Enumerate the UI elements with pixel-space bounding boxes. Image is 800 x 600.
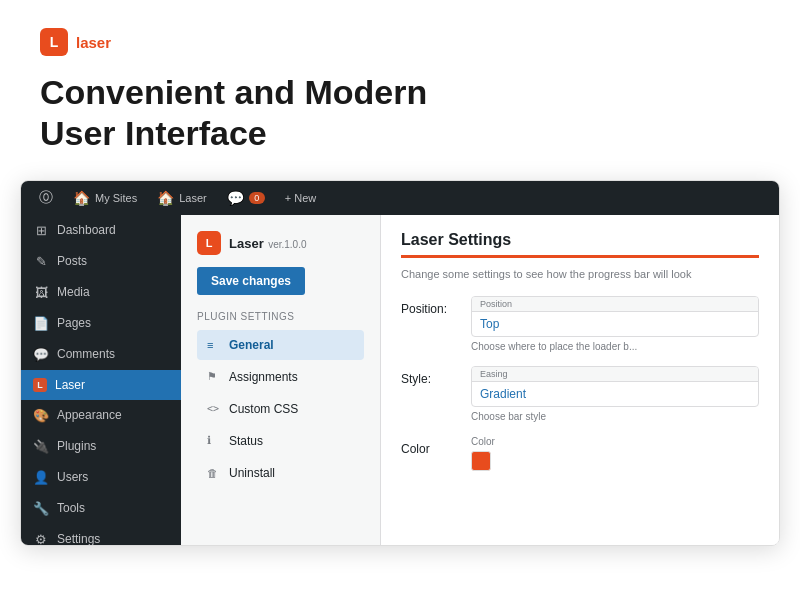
settings-icon: ⚙ xyxy=(33,532,49,545)
sidebar-item-label: Plugins xyxy=(57,439,96,453)
general-icon: ≡ xyxy=(207,339,221,351)
sidebar-item-label: Tools xyxy=(57,501,85,515)
color-label: Color xyxy=(401,436,461,456)
comments-icon: 💬 xyxy=(33,347,49,362)
plugin-settings-label: Plugin settings xyxy=(197,311,364,322)
sidebar-item-media[interactable]: 🖼 Media xyxy=(21,277,181,308)
plugin-version: ver.1.0.0 xyxy=(268,239,306,250)
admin-bar-comments[interactable]: 💬 0 xyxy=(217,181,275,215)
plugin-nav-customcss[interactable]: <> Custom CSS xyxy=(197,394,364,424)
sidebar-item-pages[interactable]: 📄 Pages xyxy=(21,308,181,339)
admin-bar-new-label: + New xyxy=(285,192,317,204)
plugin-nav-uninstall[interactable]: 🗑 Uninstall xyxy=(197,458,364,488)
style-field-header: Easing xyxy=(472,367,758,382)
plugin-nav-general[interactable]: ≡ General xyxy=(197,330,364,360)
sidebar-item-label: Comments xyxy=(57,347,115,361)
color-row-label: Color xyxy=(471,436,759,447)
admin-bar-laser[interactable]: 🏠 Laser xyxy=(147,181,217,215)
style-hint: Choose bar style xyxy=(471,411,759,422)
plugin-title: Laser xyxy=(229,236,264,251)
plugin-nav-label: Uninstall xyxy=(229,466,275,480)
plugin-nav-label: General xyxy=(229,338,274,352)
sidebar-item-appearance[interactable]: 🎨 Appearance xyxy=(21,400,181,431)
comment-icon: 💬 xyxy=(227,190,244,206)
users-icon: 👤 xyxy=(33,470,49,485)
settings-divider xyxy=(401,255,759,258)
promo-title-line2: User Interface xyxy=(40,114,267,152)
admin-bar-my-sites-label: My Sites xyxy=(95,192,137,204)
plugin-title-group: Laser ver.1.0.0 xyxy=(229,234,307,252)
sites-icon: 🏠 xyxy=(73,190,90,206)
wp-main: ⊞ Dashboard ✎ Posts 🖼 Media 📄 Pages 💬 Co… xyxy=(21,215,779,545)
position-field[interactable]: Position Top xyxy=(471,296,759,337)
sidebar-item-label: Pages xyxy=(57,316,91,330)
admin-bar-new[interactable]: + New xyxy=(275,181,327,215)
settings-panel: Laser Settings Change some settings to s… xyxy=(381,215,779,545)
plugin-header: L Laser ver.1.0.0 xyxy=(197,231,364,255)
promo-title-line1: Convenient and Modern xyxy=(40,73,427,111)
plugin-nav-label: Custom CSS xyxy=(229,402,298,416)
brand-icon: L xyxy=(40,28,68,56)
status-icon: ℹ xyxy=(207,434,221,447)
sidebar-item-posts[interactable]: ✎ Posts xyxy=(21,246,181,277)
sidebar-item-label: Users xyxy=(57,470,88,484)
settings-title: Laser Settings xyxy=(401,231,759,249)
style-field-value: Gradient xyxy=(472,382,758,406)
customcss-icon: <> xyxy=(207,403,221,414)
plugin-nav-label: Assignments xyxy=(229,370,298,384)
admin-bar-laser-label: Laser xyxy=(179,192,207,204)
tools-icon: 🔧 xyxy=(33,501,49,516)
plugin-nav-label: Status xyxy=(229,434,263,448)
wp-admin-bar: ⓪ 🏠 My Sites 🏠 Laser 💬 0 + New xyxy=(21,181,779,215)
plugin-nav-assignments[interactable]: ⚑ Assignments xyxy=(197,362,364,392)
sidebar-item-label: Appearance xyxy=(57,408,122,422)
position-field-group: Position Top Choose where to place the l… xyxy=(471,296,759,352)
wp-icon: ⓪ xyxy=(39,189,53,207)
position-field-header: Position xyxy=(472,297,758,312)
sidebar-item-comments[interactable]: 💬 Comments xyxy=(21,339,181,370)
style-field-group: Easing Gradient Choose bar style xyxy=(471,366,759,422)
save-button[interactable]: Save changes xyxy=(197,267,305,295)
sidebar-item-label: Media xyxy=(57,285,90,299)
admin-bar-my-sites[interactable]: 🏠 My Sites xyxy=(63,181,147,215)
style-label: Style: xyxy=(401,366,461,386)
style-field[interactable]: Easing Gradient xyxy=(471,366,759,407)
pages-icon: 📄 xyxy=(33,316,49,331)
assignments-icon: ⚑ xyxy=(207,370,221,383)
brand-logo: L laser xyxy=(40,28,760,56)
wp-sidebar: ⊞ Dashboard ✎ Posts 🖼 Media 📄 Pages 💬 Co… xyxy=(21,215,181,545)
color-swatch[interactable] xyxy=(471,451,491,471)
settings-row-style: Style: Easing Gradient Choose bar style xyxy=(401,366,759,422)
appearance-icon: 🎨 xyxy=(33,408,49,423)
sidebar-item-plugins[interactable]: 🔌 Plugins xyxy=(21,431,181,462)
laser-sidebar-icon: L xyxy=(33,378,47,392)
color-field-group: Color xyxy=(471,436,759,471)
wp-mockup: ⓪ 🏠 My Sites 🏠 Laser 💬 0 + New ⊞ Dashboa… xyxy=(20,180,780,546)
position-hint: Choose where to place the loader b... xyxy=(471,341,759,352)
plugin-nav-status[interactable]: ℹ Status xyxy=(197,426,364,456)
sidebar-item-settings[interactable]: ⚙ Settings xyxy=(21,524,181,545)
position-field-value: Top xyxy=(472,312,758,336)
sidebar-item-laser[interactable]: L Laser xyxy=(21,370,181,400)
settings-description: Change some settings to see how the prog… xyxy=(401,268,759,280)
posts-icon: ✎ xyxy=(33,254,49,269)
plugin-icon: L xyxy=(197,231,221,255)
position-label: Position: xyxy=(401,296,461,316)
sidebar-item-label: Settings xyxy=(57,532,100,545)
sidebar-item-tools[interactable]: 🔧 Tools xyxy=(21,493,181,524)
laser-bar-icon: 🏠 xyxy=(157,190,174,206)
plugins-icon: 🔌 xyxy=(33,439,49,454)
promo-section: L laser Convenient and Modern User Inter… xyxy=(0,0,800,180)
brand-name: laser xyxy=(76,34,111,51)
sidebar-item-users[interactable]: 👤 Users xyxy=(21,462,181,493)
media-icon: 🖼 xyxy=(33,285,49,300)
admin-bar-wp-icon[interactable]: ⓪ xyxy=(29,181,63,215)
promo-title: Convenient and Modern User Interface xyxy=(40,72,760,154)
wp-content: L Laser ver.1.0.0 Save changes Plugin se… xyxy=(181,215,779,545)
dashboard-icon: ⊞ xyxy=(33,223,49,238)
sidebar-item-label: Laser xyxy=(55,378,85,392)
settings-row-position: Position: Position Top Choose where to p… xyxy=(401,296,759,352)
plugin-section: L Laser ver.1.0.0 Save changes Plugin se… xyxy=(181,215,381,545)
sidebar-item-label: Posts xyxy=(57,254,87,268)
sidebar-item-dashboard[interactable]: ⊞ Dashboard xyxy=(21,215,181,246)
